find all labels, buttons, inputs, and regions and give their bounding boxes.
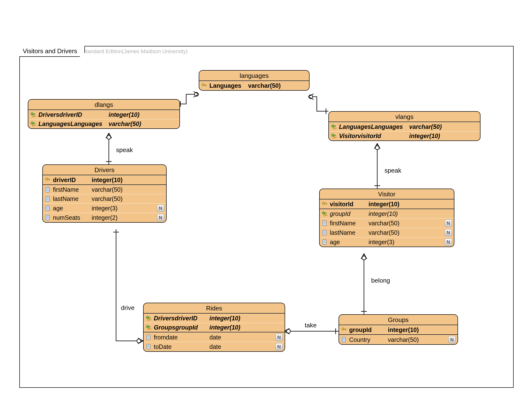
column-type: integer(10) — [109, 111, 140, 118]
fk-key-icon — [146, 316, 151, 321]
column-name: groupId — [330, 210, 366, 217]
column-icon — [322, 220, 327, 226]
column-type: varchar(50) — [388, 336, 419, 343]
entity-title: Visitor — [320, 189, 454, 199]
column-icon — [322, 230, 327, 235]
column-name: driverID — [53, 177, 89, 184]
column-name: DriversdriverID — [154, 315, 207, 322]
column-type: integer(2) — [92, 214, 117, 221]
rel-label-speak-1: speak — [116, 146, 133, 154]
nullable-badge: N — [276, 343, 283, 350]
column-name: fromdate — [154, 334, 207, 341]
column-name: firstName — [53, 186, 89, 193]
fk-key-icon — [322, 211, 327, 217]
entity-groups[interactable]: Groups groupId integer(10) Country varch… — [339, 314, 458, 345]
nullable-badge: N — [157, 205, 164, 212]
column-name: Country — [349, 336, 385, 343]
entity-drivers[interactable]: Drivers driverID integer(10) firstName v… — [42, 164, 167, 223]
entity-dlangs[interactable]: dlangs DriversdriverID integer(10) Langu… — [28, 99, 180, 129]
nullable-badge: N — [445, 229, 452, 236]
column-type: date — [209, 343, 221, 350]
column-type: integer(10) — [369, 210, 398, 217]
column-name: firstName — [330, 220, 366, 227]
nullable-badge: N — [445, 238, 452, 246]
column-type: varchar(50) — [92, 186, 123, 193]
column-name: toDate — [154, 343, 207, 350]
column-type: integer(10) — [409, 132, 440, 140]
column-name: lastName — [53, 195, 89, 202]
entity-visitor[interactable]: Visitor visitorId integer(10) groupId in… — [319, 188, 454, 247]
pk-key-icon — [201, 83, 207, 89]
column-icon — [146, 344, 151, 350]
column-icon — [341, 337, 347, 343]
column-icon — [45, 215, 50, 221]
column-type: integer(10) — [92, 177, 123, 184]
column-icon — [322, 239, 327, 245]
entity-title: Drivers — [43, 165, 166, 175]
entity-rides[interactable]: Rides DriversdriverID integer(10) Groups… — [143, 303, 285, 352]
column-name: age — [330, 239, 366, 246]
rel-label-belong: belong — [371, 277, 390, 284]
frame-title: Visitors and Drivers — [19, 46, 85, 57]
entity-title: dlangs — [28, 100, 180, 110]
column-name: lastName — [330, 229, 366, 236]
entity-title: Groups — [339, 315, 457, 325]
fk-key-icon — [331, 133, 337, 139]
entity-title: vlangs — [329, 112, 480, 122]
fk-key-icon — [30, 112, 36, 118]
column-name: age — [53, 205, 89, 212]
column-type: date — [209, 334, 221, 341]
nullable-badge: N — [276, 334, 283, 341]
nullable-badge: N — [448, 336, 456, 343]
column-name: GroupsgroupId — [154, 324, 207, 331]
column-type: varchar(50) — [248, 82, 281, 89]
column-type: integer(3) — [369, 239, 394, 246]
entity-title: languages — [199, 71, 309, 81]
pk-key-icon — [341, 327, 347, 333]
column-type: varchar(50) — [92, 195, 123, 202]
column-name: DriversdriverID — [38, 111, 106, 118]
column-type: integer(10) — [209, 324, 240, 331]
column-type: integer(10) — [388, 326, 419, 333]
entity-title: Rides — [144, 303, 285, 314]
column-name: groupId — [349, 326, 385, 333]
column-icon — [45, 196, 50, 202]
fk-key-icon — [146, 325, 151, 330]
column-type: varchar(50) — [409, 123, 442, 130]
column-type: varchar(50) — [109, 120, 141, 127]
column-type: varchar(50) — [369, 229, 399, 236]
column-name: VisitorvisitorId — [339, 132, 407, 140]
column-icon — [45, 187, 50, 193]
column-type: integer(3) — [92, 205, 117, 212]
fk-key-icon — [30, 121, 36, 127]
column-type: integer(10) — [209, 315, 240, 322]
entity-languages[interactable]: languages Languages varchar(50) — [199, 70, 310, 91]
rel-label-speak-2: speak — [384, 167, 401, 174]
column-name: visitorId — [330, 201, 366, 208]
column-name: LanguagesLanguages — [339, 123, 407, 130]
pk-key-icon — [322, 201, 327, 207]
fk-key-icon — [331, 124, 337, 130]
column-type: varchar(50) — [369, 220, 399, 227]
column-icon — [45, 205, 50, 211]
pk-key-icon — [45, 177, 50, 183]
column-name: LanguagesLanguages — [38, 120, 106, 127]
column-name: numSeats — [53, 214, 89, 221]
rel-label-drive: drive — [121, 304, 134, 312]
nullable-badge: N — [157, 214, 164, 221]
entity-vlangs[interactable]: vlangs LanguagesLanguages varchar(50) Vi… — [328, 111, 481, 141]
column-type: integer(10) — [369, 201, 399, 208]
column-icon — [146, 334, 151, 340]
column-name: Languages — [209, 82, 246, 89]
nullable-badge: N — [445, 220, 452, 227]
rel-label-take: take — [305, 322, 316, 329]
